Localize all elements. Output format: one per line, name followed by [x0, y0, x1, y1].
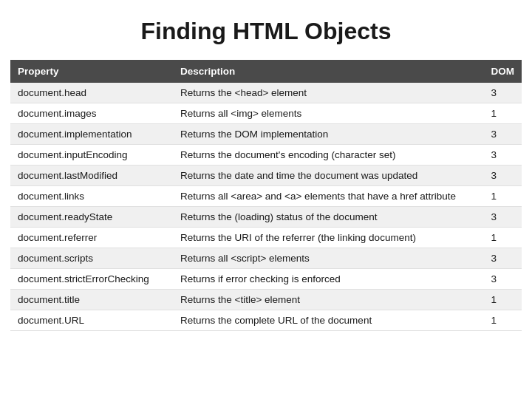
cell-property: document.URL [10, 310, 173, 331]
header-description: Description [173, 60, 484, 83]
table-row: document.linksReturns all <area> and <a>… [10, 186, 522, 207]
table-row: document.scriptsReturns all <script> ele… [10, 248, 522, 269]
header-dom: DOM [484, 60, 522, 83]
table-row: document.readyStateReturns the (loading)… [10, 207, 522, 228]
cell-description: Returns all <area> and <a> elements that… [173, 186, 484, 207]
cell-property: document.strictErrorChecking [10, 269, 173, 290]
table-wrapper: Property Description DOM document.headRe… [0, 60, 532, 331]
table-row: document.headReturns the <head> element3 [10, 83, 522, 103]
cell-dom: 3 [484, 166, 522, 186]
cell-property: document.lastModified [10, 166, 173, 186]
cell-description: Returns the <head> element [173, 83, 484, 103]
cell-dom: 3 [484, 124, 522, 145]
cell-description: Returns all <script> elements [173, 248, 484, 269]
table-row: document.referrerReturns the URI of the … [10, 228, 522, 248]
cell-description: Returns the complete URL of the document [173, 310, 484, 331]
cell-description: Returns the document's encoding (charact… [173, 145, 484, 166]
cell-description: Returns all <img> elements [173, 103, 484, 124]
table-row: document.implementationReturns the DOM i… [10, 124, 522, 145]
cell-description: Returns the (loading) status of the docu… [173, 207, 484, 228]
cell-property: document.readyState [10, 207, 173, 228]
cell-dom: 1 [484, 186, 522, 207]
cell-description: Returns the URI of the referrer (the lin… [173, 228, 484, 248]
page-title: Finding HTML Objects [0, 0, 532, 60]
cell-dom: 1 [484, 103, 522, 124]
cell-description: Returns if error checking is enforced [173, 269, 484, 290]
cell-property: document.links [10, 186, 173, 207]
table-row: document.titleReturns the <title> elemen… [10, 290, 522, 310]
table-header-row: Property Description DOM [10, 60, 522, 83]
table-row: document.lastModifiedReturns the date an… [10, 166, 522, 186]
table-row: document.strictErrorCheckingReturns if e… [10, 269, 522, 290]
cell-property: document.referrer [10, 228, 173, 248]
cell-dom: 1 [484, 290, 522, 310]
cell-dom: 3 [484, 83, 522, 103]
html-objects-table: Property Description DOM document.headRe… [10, 60, 522, 331]
cell-description: Returns the <title> element [173, 290, 484, 310]
cell-description: Returns the DOM implementation [173, 124, 484, 145]
cell-dom: 3 [484, 248, 522, 269]
cell-description: Returns the date and time the document w… [173, 166, 484, 186]
cell-dom: 1 [484, 228, 522, 248]
cell-property: document.scripts [10, 248, 173, 269]
header-property: Property [10, 60, 173, 83]
cell-property: document.head [10, 83, 173, 103]
cell-property: document.implementation [10, 124, 173, 145]
cell-dom: 1 [484, 310, 522, 331]
cell-property: document.title [10, 290, 173, 310]
cell-property: document.images [10, 103, 173, 124]
cell-property: document.inputEncoding [10, 145, 173, 166]
table-row: document.imagesReturns all <img> element… [10, 103, 522, 124]
cell-dom: 3 [484, 145, 522, 166]
table-row: document.inputEncodingReturns the docume… [10, 145, 522, 166]
cell-dom: 3 [484, 207, 522, 228]
cell-dom: 3 [484, 269, 522, 290]
table-row: document.URLReturns the complete URL of … [10, 310, 522, 331]
